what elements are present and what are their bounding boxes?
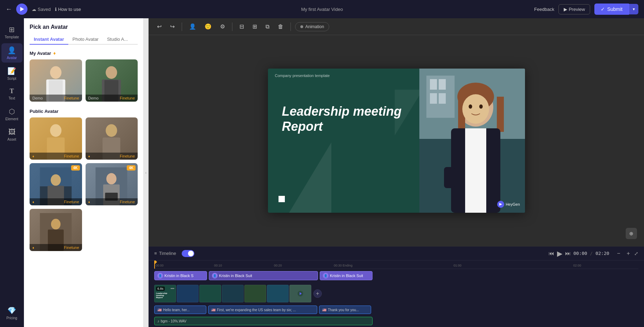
avatar-clip-2[interactable]: 👤 Kristin in Black Suit (209, 271, 318, 280)
skip-back-button[interactable]: ⏮ (549, 250, 554, 257)
layers-button[interactable]: ⊟ (237, 21, 247, 32)
zoom-in-button[interactable]: + (625, 250, 632, 257)
animation-button[interactable]: Animation (295, 22, 329, 31)
slide-thumb-6[interactable] (289, 285, 311, 302)
sidebar-item-template[interactable]: ⊞ Template (1, 23, 23, 42)
saved-badge: ☁ Saved (32, 7, 51, 12)
sidebar-item-avatar-label: Avatar (7, 56, 17, 60)
timeline-ruler: 00:00 00:10 00:20 00:30 Ending 01:00 02:… (154, 261, 638, 269)
slide-track: 6.8s ••• Leadership meetingReport + (154, 284, 638, 303)
stack-button[interactable]: ⊞ (250, 21, 260, 32)
svg-point-16 (106, 173, 117, 184)
slide-decoration-1 (289, 142, 331, 213)
add-slide-button[interactable]: + (313, 289, 322, 298)
panel-collapse-handle[interactable]: ‹ (144, 18, 149, 327)
skip-forward-button[interactable]: ⏭ (565, 250, 571, 257)
sidebar-item-text[interactable]: T Text (1, 85, 23, 103)
avatar-card-6-badge: 4K (127, 165, 136, 171)
redo-button[interactable]: ↪ (167, 21, 177, 32)
preview-button[interactable]: ▶ Preview (558, 4, 590, 14)
finetune-icon-6: ♦ (88, 200, 90, 204)
avatar-card-7-label: ♦ Finetune (30, 244, 82, 251)
crown-icon-my: ♦ (53, 50, 56, 56)
timeline-area: ≡ Timeline ⏮ ▶ ⏭ 00:00 / 02:20 (149, 246, 644, 327)
music-icon: ♪ (157, 319, 160, 323)
person-button[interactable]: 👤 (186, 21, 199, 32)
sidebar-item-template-label: Template (5, 35, 19, 39)
avatar-card-2[interactable]: Demo Finetune (86, 59, 138, 102)
finetune-icon-3: ♦ (32, 154, 34, 158)
slide-avatar-area (419, 69, 525, 213)
how-to-use-button[interactable]: ℹ How to use (55, 7, 81, 12)
svg-point-4 (106, 66, 117, 79)
copy-button[interactable]: ⧉ (263, 21, 272, 32)
avatar-card-4[interactable]: ♦ Finetune (86, 117, 138, 160)
text-icon: T (10, 88, 14, 95)
slide-thumb-0[interactable]: 6.8s ••• Leadership meetingReport (154, 285, 176, 302)
avatar-icon: 👤 (7, 46, 16, 54)
tab-instant-avatar[interactable]: Instant Avatar (30, 34, 68, 45)
speech-track: 🇺🇸 Hello team, her... 🇺🇸 First, we're ex… (154, 306, 638, 315)
avatar-card-3-label: ♦ Finetune (30, 153, 82, 160)
sidebar-item-script-label: Script (7, 77, 17, 81)
bgm-track: ♪ bgm - 10%.WAV (154, 317, 638, 327)
slide[interactable]: Company presentation template 11/12/23 L… (268, 69, 525, 213)
avatar-card-5-label: ♦ Finetune (30, 198, 82, 205)
ruler-mark-0: 00:00 (156, 264, 164, 267)
ruler-mark-3: 00:30 Ending (334, 264, 352, 267)
avatar-clip-1[interactable]: 👤 Kristin in Black S (154, 271, 207, 280)
sidebar-item-avatar[interactable]: 👤 Avatar (1, 43, 23, 63)
zoom-out-button[interactable]: − (615, 250, 622, 257)
svg-rect-38 (444, 167, 455, 188)
zoom-button[interactable]: ⊕ (626, 228, 637, 239)
avatar-panel: Pick an Avatar Instant Avatar Photo Avat… (24, 18, 144, 327)
tab-studio-avatar[interactable]: Studio A... (103, 34, 132, 45)
audio-clip-2[interactable]: 🇺🇸 First, we're expanding the US sales t… (208, 306, 317, 314)
slide-thumb-menu-0[interactable]: ••• (170, 287, 174, 290)
sidebar-item-element[interactable]: ⬡ Element (1, 104, 23, 124)
timeline-toggle[interactable] (182, 250, 194, 257)
sidebar-item-script[interactable]: 📝 Script (1, 64, 23, 83)
slide-thumb-1[interactable] (177, 285, 199, 302)
svg-point-9 (106, 124, 117, 137)
avatar-card-5[interactable]: ♦ Finetune 4K (30, 163, 82, 205)
avatar-clip-3[interactable]: 👤 Kristin in Black Suit (320, 271, 373, 280)
audio-clip-1[interactable]: 🇺🇸 Hello team, her... (154, 306, 206, 314)
ruler-mark-4: 01:00 (454, 264, 462, 267)
avatar-card-1[interactable]: Demo Finetune (30, 59, 82, 102)
slide-thumb-2[interactable] (199, 285, 221, 302)
bgm-clip[interactable]: ♪ bgm - 10%.WAV (154, 317, 373, 325)
back-button[interactable]: ← (6, 6, 12, 13)
expand-timeline-button[interactable]: ⤢ (634, 251, 638, 256)
avatar-card-6[interactable]: ♦ Finetune 4K (86, 163, 138, 205)
slide-thumb-5[interactable] (267, 285, 289, 302)
slide-thumb-3[interactable] (222, 285, 244, 302)
tab-photo-avatar[interactable]: Photo Avatar (68, 34, 103, 45)
undo-button[interactable]: ↩ (154, 21, 164, 32)
cloud-icon: ☁ (32, 7, 36, 12)
submit-dropdown-button[interactable]: ▾ (629, 4, 638, 14)
feedback-button[interactable]: Feedback (534, 7, 554, 12)
settings-button[interactable]: ⚙ (217, 21, 228, 32)
avatar-card-3[interactable]: ♦ Finetune (30, 117, 82, 160)
top-bar-left: ← ☁ Saved ℹ How to use (6, 4, 81, 15)
avatar-card-7[interactable]: ♦ Finetune (30, 209, 82, 251)
svg-rect-39 (490, 167, 500, 188)
audio-clip-3[interactable]: 🇺🇸 Thank you for you... (319, 306, 371, 314)
time-current: 00:00 / 02:20 (574, 251, 609, 256)
svg-point-34 (469, 104, 472, 109)
slide-thumb-4[interactable] (244, 285, 266, 302)
svg-marker-0 (20, 7, 24, 12)
sidebar-item-pricing[interactable]: 💎 Pricing (1, 303, 23, 323)
delete-button[interactable]: 🗑 (275, 21, 286, 32)
flag-icon-1: 🇺🇸 (157, 308, 162, 312)
my-avatar-section-title: My Avatar ♦ (30, 50, 138, 56)
submit-button[interactable]: ✓ Submit (594, 4, 629, 15)
sidebar-item-asset[interactable]: 🖼 Asset (1, 125, 23, 144)
toggle-track[interactable] (182, 250, 194, 257)
toolbar-separator-1 (182, 23, 182, 31)
toolbar-separator-3 (290, 23, 291, 31)
emoji-button[interactable]: 🙂 (202, 21, 214, 32)
play-pause-button[interactable]: ▶ (557, 249, 562, 258)
timeline-icon: ≡ (154, 251, 157, 256)
